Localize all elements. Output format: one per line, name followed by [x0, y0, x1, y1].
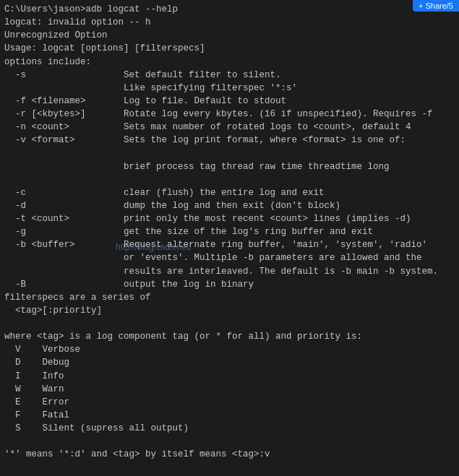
terminal-line: -B output the log in binary — [4, 278, 455, 291]
terminal-line: E Error — [4, 396, 455, 409]
terminal-window: + Share/5 C:\Users\jason>adb logcat --he… — [0, 0, 459, 476]
terminal-line: Like specifying filterspec '*:s' — [4, 82, 455, 95]
terminal-line: D Debug — [4, 356, 455, 369]
terminal-line: -n <count> Sets max number of rotated lo… — [4, 121, 455, 134]
terminal-line: -s Set default filter to silent. — [4, 69, 455, 82]
terminal-line: results are interleaved. The default is … — [4, 265, 455, 278]
terminal-line: '*' means '*:d' and <tag> by itself mean… — [4, 448, 455, 461]
terminal-line: C:\Users\jason>adb logcat --help — [4, 3, 455, 16]
terminal-line: F Fatal — [4, 409, 455, 422]
terminal-line: -f <filename> Log to file. Default to st… — [4, 95, 455, 108]
terminal-line: I Info — [4, 370, 455, 383]
terminal-line: W Warn — [4, 383, 455, 396]
terminal-line: V Verbose — [4, 343, 455, 356]
terminal-line: where <tag> is a log component tag (or *… — [4, 330, 455, 343]
terminal-line: Unrecognized Option — [4, 29, 455, 42]
share-badge[interactable]: + Share/5 — [413, 0, 459, 12]
terminal-line: S Silent (supress all output) — [4, 422, 455, 435]
terminal-line: -b <buffer> Request alternate ring buffe… — [4, 238, 455, 251]
terminal-line: <tag>[:priority] — [4, 304, 455, 317]
terminal-line: options include: — [4, 56, 455, 69]
terminal-line: logcat: invalid option -- h — [4, 16, 455, 29]
terminal-line: filterspecs are a series of — [4, 291, 455, 304]
terminal-line: -c clear (flush) the entire log and exit — [4, 186, 455, 199]
terminal-line — [4, 317, 455, 330]
terminal-line — [4, 173, 455, 186]
terminal-line: or 'events'. Multiple -b parameters are … — [4, 251, 455, 264]
terminal-line: -t <count> print only the most recent <c… — [4, 212, 455, 225]
terminal-line — [4, 435, 455, 448]
terminal-line: -r [<kbytes>] Rotate log every kbytes. (… — [4, 108, 455, 121]
terminal-line: brief process tag thread raw time thread… — [4, 160, 455, 173]
terminal-line: Usage: logcat [options] [filterspecs] — [4, 42, 455, 55]
terminal-line — [4, 461, 455, 474]
terminal-line: -v <format> Sets the log print format, w… — [4, 134, 455, 147]
terminal-line — [4, 147, 455, 160]
terminal-line: -d dump the log and then exit (don't blo… — [4, 199, 455, 212]
terminal-line: -g get the size of the log's ring buffer… — [4, 225, 455, 238]
